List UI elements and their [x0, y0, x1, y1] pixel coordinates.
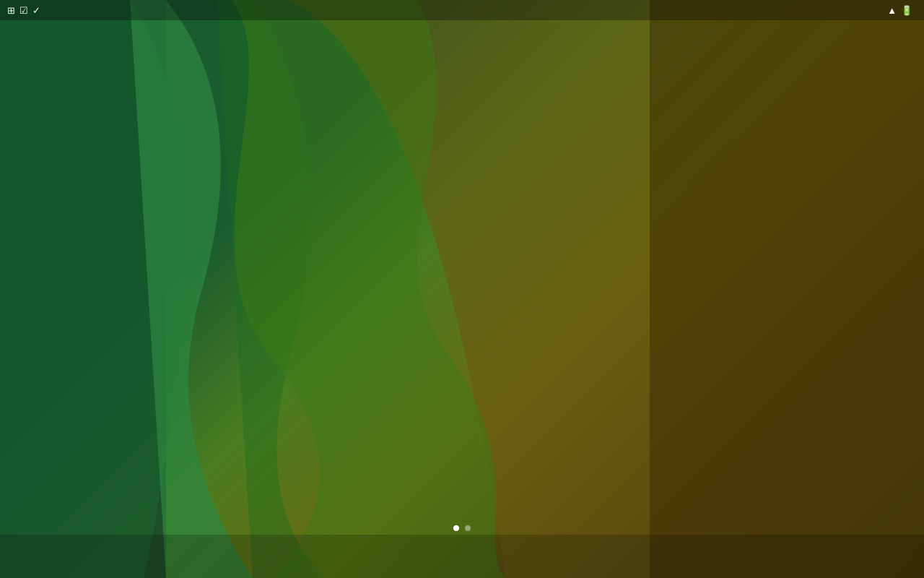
status-bar: ⊞ ☑ ✓ ▲ 🔋 — [0, 0, 924, 20]
status-notifications: ⊞ ☑ ✓ — [7, 5, 40, 16]
app-grid — [0, 20, 924, 535]
bottom-nav — [0, 535, 924, 578]
notification-check2-icon: ✓ — [32, 5, 40, 16]
notification-check1-icon: ☑ — [19, 5, 28, 16]
battery-icon: 🔋 — [901, 5, 912, 16]
wifi-icon: ▲ — [887, 5, 897, 16]
page-dot-2[interactable] — [465, 525, 471, 531]
page-dots — [453, 525, 471, 531]
page-dot-1[interactable] — [453, 525, 459, 531]
status-right-area: ▲ 🔋 — [887, 5, 917, 16]
notification-grid-icon: ⊞ — [7, 5, 15, 16]
